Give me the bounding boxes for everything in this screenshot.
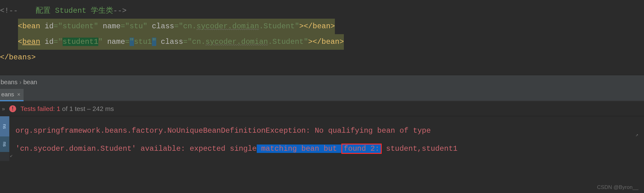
test-result-bar: » ! Tests failed: 1 of 1 test – 242 ms <box>0 101 644 116</box>
breadcrumb-sep: › <box>18 79 24 85</box>
tab-label: eans <box>1 88 14 101</box>
console-gutter: ns ns <box>0 116 9 161</box>
breadcrumb-p1[interactable]: beans <box>1 79 18 85</box>
breadcrumb-p2[interactable]: bean <box>23 79 37 85</box>
fail-icon: ! <box>9 105 16 112</box>
console-output[interactable]: org.springframework.beans.factory.NoUniq… <box>9 116 644 161</box>
code-line-bean1: <bean id="student" name="stu" class="cn.… <box>0 19 644 34</box>
console-area: ns ns org.springframework.beans.factory.… <box>0 116 644 161</box>
watermark: CSDN @Byron__ <box>597 184 638 191</box>
code-editor[interactable]: <!-- 配置 Student 学生类--> <bean id="student… <box>0 0 644 65</box>
tool-tab-row: eans × <box>0 89 644 101</box>
close-icon[interactable]: × <box>17 88 20 101</box>
highlight-found-2: found 2: <box>341 144 381 154</box>
fail-mid: of 1 test – <box>62 105 91 112</box>
chevron-icon[interactable]: » <box>2 101 5 116</box>
console-line-1: org.springframework.beans.factory.NoUniq… <box>16 122 638 140</box>
code-line-bean2: <bean id="student1" name="stu1" class="c… <box>0 34 644 50</box>
fail-count: 1 <box>57 105 60 112</box>
gutter-tab-b[interactable]: ns <box>0 136 9 152</box>
fail-time: 242 ms <box>92 105 114 112</box>
console-line-2: ↙'cn.sycoder.domian.Student' available: … <box>16 140 638 158</box>
editor-spacer <box>0 65 644 75</box>
tab-beans[interactable]: eans × <box>0 89 24 101</box>
gutter-tab-a[interactable]: ns <box>0 116 9 136</box>
fail-label: Tests failed: <box>20 105 55 112</box>
wrap-cont-icon: ↙ <box>10 147 13 165</box>
code-line-comment: <!-- 配置 Student 学生类--> <box>0 3 644 19</box>
code-line-endbeans: </beans> <box>0 50 644 65</box>
breadcrumb[interactable]: beans›bean <box>0 75 644 89</box>
